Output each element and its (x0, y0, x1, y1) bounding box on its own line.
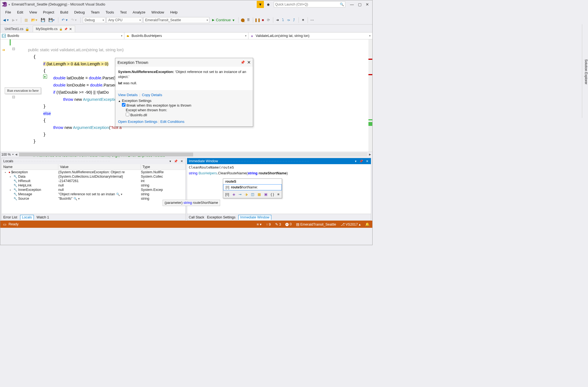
locals-row[interactable]: 🔧Message"Object reference not set to an … (2, 192, 185, 196)
pause-button[interactable]: ❚❚ (255, 18, 260, 22)
filter-interface-icon[interactable]: ▣ (264, 192, 267, 196)
step-over-icon[interactable]: ⤼ (286, 18, 291, 22)
nav-namespace-dropdown[interactable]: C#BusInfo (0, 33, 124, 39)
open-file-icon[interactable]: 📂▾ (30, 17, 39, 23)
diagnostic-tools-icon[interactable]: ✶ (301, 18, 305, 22)
filter-class-icon[interactable]: ⬗ (245, 192, 248, 196)
filter-namespace-icon[interactable]: ◈ (233, 192, 235, 196)
locals-row[interactable]: ▸●$exception{System.NullReferenceExcepti… (2, 170, 185, 174)
filter-all-icon[interactable]: [◊] (225, 192, 229, 196)
locals-row[interactable]: ▸🔧InnerExceptionnullSystem.Excep (2, 188, 185, 192)
branch-icon[interactable]: ⎇ (341, 222, 345, 226)
quick-launch[interactable]: 🔍 (274, 1, 345, 7)
panel-dropdown-icon[interactable]: ▾ (169, 159, 172, 163)
minimize-button[interactable]: — (350, 2, 354, 7)
open-exception-settings-link[interactable]: Open Exception Settings (118, 120, 157, 124)
code-editor[interactable]: ➔ public static void validateLatLon(stri… (0, 39, 372, 152)
view-details-link[interactable]: View Details (118, 93, 138, 97)
tab-call-stack[interactable]: Call Stack (189, 215, 204, 219)
outline-collapse-icon[interactable] (12, 48, 15, 50)
lines-changed-icon[interactable]: ≡ ▾ (257, 222, 262, 226)
menu-edit[interactable]: Edit (14, 10, 26, 15)
notifications-icon[interactable]: ▼ (257, 1, 264, 8)
maximize-button[interactable]: ▢ (357, 2, 362, 7)
copy-details-link[interactable]: Copy Details (142, 93, 162, 97)
filter-text-icon[interactable]: ≡ (277, 192, 280, 196)
menu-analyze[interactable]: Analyze (130, 10, 148, 15)
menu-build[interactable]: Build (58, 10, 71, 15)
undo-button[interactable]: ↶ ▾ (61, 17, 69, 23)
locals-row[interactable]: 🔧Source"BusInfo"🔍 ▾string (2, 196, 185, 201)
horizontal-scrollbar[interactable] (19, 153, 367, 156)
immediate-body[interactable]: CleanRouteName(routeS string BusHelpers.… (187, 164, 371, 214)
menu-help[interactable]: Help (168, 10, 180, 15)
immediate-input-line[interactable]: CleanRouteName(routeS (189, 165, 369, 169)
step-into-icon[interactable]: ⤵ (281, 18, 285, 22)
repo-icon[interactable]: ▤ (296, 222, 299, 226)
menu-team[interactable]: Team (88, 10, 102, 15)
break-on-exception-checkbox[interactable] (122, 103, 125, 107)
tab-close-icon[interactable]: ✕ (69, 27, 72, 31)
close-icon[interactable]: ✕ (247, 60, 251, 65)
edit-conditions-link[interactable]: Edit Conditions (160, 120, 184, 124)
scroll-left-icon[interactable]: ◀ (15, 153, 17, 156)
pending-changes-icon[interactable]: ✎ (275, 222, 278, 226)
outline-collapse-icon[interactable] (12, 96, 15, 98)
panel-close-icon[interactable]: ✕ (365, 159, 369, 163)
tab-mystopinfo[interactable]: MyStopInfo.cs🔒📌✕ (33, 26, 75, 32)
scroll-right-icon[interactable]: ▶ (369, 153, 371, 156)
except-dll-checkbox[interactable] (126, 113, 129, 116)
breakpoint-icon[interactable]: ⬤̲ (241, 18, 245, 22)
menu-file[interactable]: File (2, 10, 14, 15)
show-next-statement-icon[interactable]: ➜ (275, 18, 280, 22)
platform-dropdown[interactable]: Any CPU (106, 17, 142, 23)
locals-row[interactable]: 🔧HelpLinknullstring (2, 183, 185, 188)
notification-bell-icon[interactable]: 🔔 (365, 222, 370, 226)
menu-window[interactable]: Window (149, 10, 167, 15)
locals-row[interactable]: ▸🔧Data{System.Collections.ListDictionary… (2, 174, 185, 179)
menu-tools[interactable]: Tools (103, 10, 117, 15)
config-dropdown[interactable]: Debug (83, 17, 105, 23)
nav-back-button[interactable]: ◀ ▾ (2, 17, 10, 23)
menu-test[interactable]: Test (117, 10, 129, 15)
toolbar-overflow-icon[interactable]: ⋯ (310, 18, 314, 22)
pin-icon[interactable]: 📌 (64, 28, 67, 31)
nav-class-dropdown[interactable]: 🖿BusInfo.BusHelpers (124, 33, 248, 39)
panel-close-icon[interactable]: ✕ (180, 159, 184, 163)
publish-icon[interactable]: ↑ (266, 222, 268, 226)
run-to-click-icon[interactable]: ▶ (43, 75, 47, 79)
locals-row[interactable]: 🔧HResult-2147467261int (2, 179, 185, 183)
tab-immediate-window[interactable]: Immediate Window (238, 215, 271, 220)
new-project-icon[interactable]: ▥ (23, 17, 29, 23)
save-icon[interactable]: 💾 (40, 17, 46, 23)
quick-launch-input[interactable] (275, 2, 340, 6)
panel-pin-icon[interactable]: 📌 (173, 159, 179, 163)
menu-debug[interactable]: Debug (72, 10, 87, 15)
startup-project-dropdown[interactable]: EmeraldTransit_Seattle (143, 17, 209, 23)
intellisense-popup[interactable]: (parameter) string routeShortName routeS… (223, 178, 282, 198)
stop-button[interactable]: ■ (261, 18, 265, 22)
close-button[interactable]: ✕ (365, 2, 370, 7)
save-all-icon[interactable]: 💾▾ (47, 17, 56, 23)
menu-view[interactable]: View (26, 10, 40, 15)
filter-snippet-icon[interactable]: { } (271, 192, 274, 196)
exception-settings-label[interactable]: Exception Settings (122, 99, 152, 103)
restart-button[interactable]: ⟳ (266, 18, 271, 22)
errors-icon[interactable]: ✕ (285, 223, 289, 226)
pin-icon[interactable]: 📌 (240, 60, 245, 64)
titlebar-dropdown-icon[interactable]: ▾ (9, 3, 10, 6)
tab-exception-settings[interactable]: Exception Settings (207, 215, 236, 219)
locals-body[interactable]: ▸●$exception{System.NullReferenceExcepti… (2, 170, 185, 214)
tab-locals[interactable]: Locals (20, 215, 34, 220)
filter-enum-icon[interactable]: ▦ (258, 192, 261, 196)
panel-pin-icon[interactable]: 📌 (359, 159, 364, 163)
feedback-icon[interactable]: ☻ (266, 2, 271, 7)
tab-watch1[interactable]: Watch 1 (37, 215, 49, 219)
filter-field-icon[interactable]: ⊸ (239, 192, 242, 196)
search-icon[interactable]: 🔍 (340, 2, 344, 6)
tab-unittest1[interactable]: UnitTest1.cs🔒 (2, 26, 32, 32)
continue-button[interactable]: ▶Continue ▾ (210, 18, 236, 22)
filter-struct-icon[interactable]: ◫ (251, 192, 254, 196)
scroll-map[interactable] (368, 39, 372, 152)
menu-project[interactable]: Project (40, 10, 57, 15)
